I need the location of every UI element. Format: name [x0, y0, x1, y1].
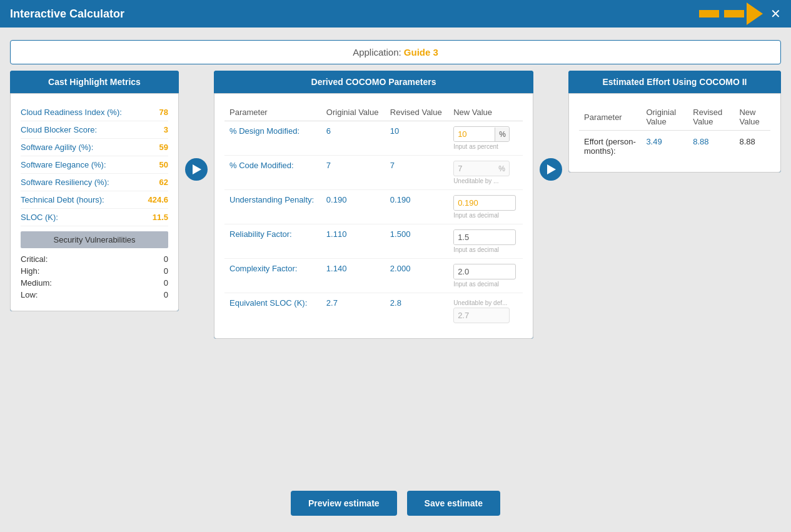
- col-revised: Revised Value: [385, 104, 448, 121]
- arrow-button[interactable]: [747, 3, 763, 25]
- arrow-col-right: [540, 71, 562, 181]
- input-box-complexity-factor: [453, 264, 516, 279]
- table-row: Complexity Factor: 1.140 2.000 Input as …: [224, 259, 523, 293]
- effort-col-revised: Revised Value: [688, 104, 734, 131]
- table-row: % Design Modified: 6 10 % Input as perce…: [224, 121, 523, 156]
- maximize-button[interactable]: [724, 10, 744, 18]
- metric-sloc: SLOC (K): 11.5: [21, 209, 168, 226]
- vuln-critical: Critical: 0: [21, 253, 168, 265]
- bottom-bar: Preview estimate Save estimate: [10, 484, 781, 519]
- table-row: Effort (person-months): 3.49 8.88 8.88: [579, 131, 770, 163]
- metric-software-resiliency: Software Resiliency (%): 62: [21, 174, 168, 191]
- param-code-modified: % Code Modified:: [229, 161, 294, 170]
- arrow-button-left[interactable]: [185, 158, 208, 181]
- col-new: New Value: [448, 104, 523, 121]
- orig-equivalent-sloc: 2.7: [326, 298, 338, 308]
- input-design-modified[interactable]: [454, 127, 495, 141]
- table-row: Equivalent SLOC (K): 2.7 2.8 Uneditable …: [224, 293, 523, 329]
- suffix-code-modified: %: [495, 162, 509, 176]
- title-bar: Interactive Calculator ✕: [0, 0, 791, 28]
- effort-col-parameter: Parameter: [579, 104, 641, 131]
- minimize-button[interactable]: [699, 10, 719, 18]
- hint-equivalent-sloc-top: Uneditable by def...: [453, 299, 518, 306]
- vuln-low: Low: 0: [21, 289, 168, 301]
- metric-sloc-value: 11.5: [153, 213, 168, 222]
- application-bar: Application: Guide 3: [10, 40, 781, 64]
- input-code-modified: [454, 161, 495, 176]
- app-title: Interactive Calculator: [10, 8, 124, 21]
- cast-highlight-panel: Cast Highlight Metrics Cloud Readiness I…: [10, 71, 179, 311]
- revised-complexity-factor: 2.000: [390, 264, 411, 273]
- suffix-design-modified: %: [495, 128, 510, 141]
- param-equivalent-sloc: Equivalent SLOC (K):: [229, 298, 307, 308]
- input-understanding-penalty[interactable]: [454, 196, 510, 210]
- table-row: Understanding Penalty: 0.190 0.190 Input…: [224, 190, 523, 224]
- metric-cloud-blocker-label: Cloud Blocker Score:: [21, 125, 97, 134]
- vuln-medium-value: 0: [164, 278, 168, 288]
- vuln-medium: Medium: 0: [21, 277, 168, 289]
- arrow-button-right[interactable]: [540, 158, 562, 181]
- metric-software-agility: Software Agility (%): 59: [21, 139, 168, 156]
- vuln-critical-label: Critical:: [21, 254, 48, 264]
- metric-software-agility-value: 59: [159, 143, 168, 152]
- cocomo-panel: Derived COCOMO Parameters Parameter Orig…: [214, 71, 533, 339]
- cast-highlight-header: Cast Highlight Metrics: [10, 71, 179, 93]
- effort-col-new: New Value: [734, 104, 770, 131]
- input-complexity-factor[interactable]: [454, 264, 510, 279]
- effort-body: Parameter Originial Value Revised Value …: [568, 93, 781, 173]
- input-box-reliability-factor: [453, 229, 516, 245]
- param-design-modified: % Design Modified:: [229, 126, 300, 136]
- orig-code-modified: 7: [326, 161, 331, 170]
- uneditable-equivalent-sloc: Uneditable by def...: [453, 298, 518, 323]
- metric-software-elegance-label: Software Elegance (%):: [21, 160, 106, 169]
- metric-technical-debt-label: Technical Debt (hours):: [21, 195, 104, 204]
- uneditable-box-code-modified: %: [453, 161, 510, 176]
- metric-sloc-label: SLOC (K):: [21, 213, 58, 222]
- uneditable-code-modified: % Uneditable by ...: [453, 161, 518, 184]
- metric-software-resiliency-label: Software Resiliency (%):: [21, 178, 109, 187]
- save-estimate-button[interactable]: Save estimate: [407, 491, 500, 516]
- input-reliability-factor[interactable]: [454, 230, 510, 244]
- metric-cloud-readiness-label: Cloud Readiness Index (%):: [21, 108, 122, 117]
- cast-highlight-body: Cloud Readiness Index (%): 78 Cloud Bloc…: [10, 93, 179, 311]
- revised-reliability-factor: 1.500: [390, 229, 411, 239]
- metric-software-elegance-value: 50: [159, 160, 168, 169]
- hint-design-modified: Input as percent: [453, 143, 518, 150]
- metric-cloud-blocker-value: 3: [164, 125, 168, 134]
- effort-revised-value: 8.88: [693, 137, 708, 146]
- hint-code-modified: Uneditable by ...: [453, 178, 518, 184]
- vuln-high: High: 0: [21, 265, 168, 277]
- col-parameter: Parameter: [224, 104, 321, 121]
- metric-cloud-blocker: Cloud Blocker Score: 3: [21, 121, 168, 139]
- effort-param-label: Effort (person-months):: [584, 137, 636, 156]
- metric-software-agility-label: Software Agility (%):: [21, 143, 93, 152]
- cocomo-header: Derived COCOMO Parameters: [214, 71, 533, 93]
- metric-technical-debt: Technical Debt (hours): 424.6: [21, 191, 168, 209]
- arrow-col-left: [185, 71, 208, 181]
- effort-panel: Estimated Effort Using COCOMO II Paramet…: [568, 71, 781, 173]
- effort-new-value: 8.88: [739, 137, 755, 146]
- param-understanding-penalty: Understanding Penalty:: [229, 195, 314, 204]
- metric-cloud-readiness-value: 78: [159, 108, 168, 117]
- close-button[interactable]: ✕: [770, 6, 781, 21]
- orig-understanding-penalty: 0.190: [326, 195, 347, 204]
- revised-equivalent-sloc: 2.8: [390, 298, 401, 308]
- app-label: Application:: [353, 47, 401, 58]
- uneditable-box-equivalent-sloc: [453, 308, 510, 323]
- main-content: Application: Guide 3 Cast Highlight Metr…: [0, 28, 791, 532]
- right-arrow-icon: [193, 164, 201, 174]
- security-vulnerabilities-button[interactable]: Security Vulnerabilities: [21, 231, 168, 248]
- input-box-design-modified: %: [453, 126, 510, 142]
- metric-software-resiliency-value: 62: [159, 178, 168, 187]
- col-original: Originial Value: [321, 104, 385, 121]
- orig-design-modified: 6: [326, 126, 331, 136]
- vuln-critical-value: 0: [164, 254, 168, 264]
- preview-estimate-button[interactable]: Preview estimate: [291, 491, 397, 516]
- table-row: Reliability Factor: 1.110 1.500 Input as…: [224, 224, 523, 259]
- vuln-medium-label: Medium:: [21, 278, 52, 288]
- input-equivalent-sloc: [454, 308, 510, 323]
- effort-header: Estimated Effort Using COCOMO II: [568, 71, 781, 93]
- app-value: Guide 3: [404, 47, 438, 58]
- param-reliability-factor: Reliability Factor:: [229, 229, 292, 239]
- effort-orig-value: 3.49: [646, 137, 662, 146]
